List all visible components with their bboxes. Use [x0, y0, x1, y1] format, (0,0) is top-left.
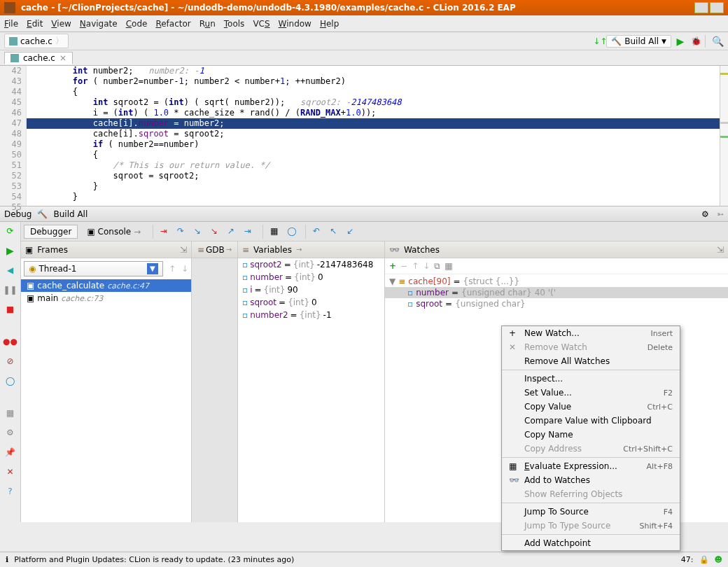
- menu-window[interactable]: Window: [279, 19, 312, 29]
- code-line[interactable]: i = (int) ( 1.0 * cache_size * rand() / …: [27, 108, 720, 118]
- debug-button[interactable]: 🐞: [690, 35, 702, 48]
- editor-stripe[interactable]: [720, 66, 728, 206]
- help-button[interactable]: ?: [4, 485, 17, 498]
- step-into-icon[interactable]: ↘: [194, 226, 205, 237]
- editor-tab[interactable]: cache.c ×: [4, 52, 73, 64]
- hector-icon[interactable]: ☻: [715, 555, 722, 564]
- reload-icon[interactable]: ◯: [287, 226, 298, 237]
- copy-icon[interactable]: ⧉: [434, 261, 440, 271]
- resume-button[interactable]: ▶: [4, 244, 17, 257]
- code-line[interactable]: }: [27, 192, 720, 202]
- gear-icon[interactable]: ⚙: [701, 209, 711, 219]
- menu-item[interactable]: Copy Name: [502, 428, 680, 442]
- step-out-back-icon[interactable]: ↙: [346, 226, 358, 237]
- menu-item[interactable]: Set Value...F2: [502, 386, 680, 400]
- menu-edit[interactable]: Edit: [27, 19, 43, 29]
- step-out-icon[interactable]: ↗: [227, 226, 239, 237]
- force-step-into-icon[interactable]: ↘: [211, 226, 222, 237]
- menu-view[interactable]: View: [51, 19, 71, 29]
- rerun-button[interactable]: ⟳: [4, 225, 17, 237]
- close-button[interactable]: ✕: [4, 465, 17, 478]
- code-line[interactable]: /* This is our return value. */: [27, 160, 720, 171]
- toggle-icon[interactable]: ▦: [444, 261, 452, 271]
- thread-selector[interactable]: ◉ Thread-1 ▼: [24, 261, 163, 276]
- run-config-dropdown[interactable]: 🔨 Build All ▼: [606, 35, 671, 48]
- down-icon[interactable]: ↓: [423, 261, 430, 271]
- code-line[interactable]: if ( number2==number): [27, 139, 720, 150]
- add-watch-icon[interactable]: +: [389, 261, 396, 271]
- editor[interactable]: 4243444546474849505152535455 int number2…: [0, 66, 728, 206]
- restore-icon[interactable]: ⇲: [717, 245, 724, 255]
- frame-down-icon[interactable]: ↓: [178, 264, 191, 274]
- search-icon[interactable]: 🔍: [711, 35, 724, 48]
- step-over-back-icon[interactable]: ↶: [313, 226, 324, 237]
- info-icon[interactable]: ℹ: [6, 555, 8, 564]
- tab-console[interactable]: ▣ Console →: [80, 225, 147, 239]
- menu-item[interactable]: +New Watch...Insert: [502, 326, 680, 340]
- variable-row[interactable]: ▫number = {int} 0: [238, 271, 384, 284]
- menu-file[interactable]: File: [4, 19, 18, 29]
- variables-body[interactable]: ▫sqroot2 = {int} -2147483648▫number = {i…: [238, 258, 384, 522]
- menu-help[interactable]: Help: [320, 19, 339, 29]
- step-over-icon[interactable]: ↷: [177, 226, 188, 237]
- close-icon[interactable]: ×: [59, 53, 66, 63]
- tab-debugger[interactable]: Debugger: [24, 225, 78, 239]
- code-line[interactable]: cache[i].sqroot = sqroot2;: [27, 129, 720, 139]
- run-to-cursor-icon[interactable]: ⇥: [244, 226, 255, 237]
- menu-refactor[interactable]: Refactor: [155, 19, 190, 29]
- menu-item[interactable]: ▦Evaluate Expression...Alt+F8: [502, 459, 680, 473]
- breakpoints-button[interactable]: ●●: [4, 335, 17, 348]
- watch-root-row[interactable]: ▼ ≡ cache[90] = {struct {...}}: [385, 276, 728, 287]
- expand-icon[interactable]: ▼: [389, 276, 396, 286]
- menu-item[interactable]: Jump To SourceF4: [502, 505, 680, 519]
- menu-item[interactable]: Remove All Watches: [502, 354, 680, 368]
- menu-navigate[interactable]: Navigate: [80, 19, 118, 29]
- settings-button[interactable]: ⚙: [4, 426, 17, 439]
- restore-icon[interactable]: ⇲: [180, 245, 187, 255]
- code-line[interactable]: {: [27, 150, 720, 160]
- maximize-button[interactable]: [710, 2, 724, 13]
- watch-tree[interactable]: ▼ ≡ cache[90] = {struct {...}} ▫ number …: [385, 274, 728, 311]
- menu-item[interactable]: Copy ValueCtrl+C: [502, 400, 680, 414]
- remove-watch-icon[interactable]: −: [400, 261, 407, 271]
- code-line[interactable]: }: [27, 181, 720, 192]
- mute-breakpoints-button[interactable]: ⊘: [4, 355, 17, 368]
- menu-item[interactable]: Inspect...: [502, 372, 680, 386]
- pin-button[interactable]: 📌: [4, 446, 17, 458]
- stop-button[interactable]: ■: [4, 303, 17, 316]
- pause-button[interactable]: ❚❚: [4, 284, 17, 296]
- variable-row[interactable]: ▫sqroot = {int} 0: [238, 296, 384, 309]
- code-line[interactable]: int sqroot2 = (int) ( sqrt( number2)); s…: [27, 97, 720, 108]
- step-into-back-icon[interactable]: ↖: [330, 226, 341, 237]
- menu-vcs[interactable]: VCS: [253, 19, 270, 29]
- code-line[interactable]: [27, 202, 720, 206]
- breadcrumb[interactable]: cache.c 〉: [4, 34, 69, 48]
- menu-item[interactable]: Add Watchpoint: [502, 536, 680, 550]
- menu-item[interactable]: Compare Value with Clipboard: [502, 414, 680, 428]
- layout-button[interactable]: ▦: [4, 407, 17, 419]
- watch-child-row[interactable]: ▫ number = {unsigned char} 40 '(': [385, 287, 728, 298]
- variable-row[interactable]: ▫sqroot2 = {int} -2147483648: [238, 258, 384, 271]
- menu-item[interactable]: 👓Add to Watches: [502, 473, 680, 487]
- minimize-button[interactable]: [694, 2, 708, 13]
- code-line[interactable]: for ( number2=number-1; number2 < number…: [27, 76, 720, 87]
- code-line[interactable]: sqroot = sqroot2;: [27, 171, 720, 181]
- run-button[interactable]: ▶: [674, 35, 687, 48]
- resume-back-button[interactable]: ◀: [4, 264, 17, 276]
- variable-row[interactable]: ▫number2 = {int} -1: [238, 309, 384, 321]
- editor-code[interactable]: int number2; number2: -1 for ( number2=n…: [27, 66, 720, 206]
- frame-up-icon[interactable]: ↑: [166, 264, 178, 274]
- watch-child-row[interactable]: ▫ sqroot = {unsigned char}: [385, 298, 728, 309]
- variable-row[interactable]: ▫i = {int} 90: [238, 284, 384, 296]
- evaluate-icon[interactable]: ▦: [270, 226, 281, 237]
- code-line[interactable]: int number2; number2: -1: [27, 66, 720, 76]
- menu-code[interactable]: Code: [126, 19, 148, 29]
- lock-icon[interactable]: 🔒: [699, 555, 709, 564]
- tab-gdb[interactable]: ≡ GDB →: [192, 241, 237, 258]
- frame-item[interactable]: ▣ main cache.c:73: [21, 292, 191, 304]
- frame-item[interactable]: ▣ cache_calculate cache.c:47: [21, 279, 191, 292]
- up-icon[interactable]: ↑: [412, 261, 419, 271]
- menu-run[interactable]: Run: [200, 19, 216, 29]
- pin-icon[interactable]: ➳: [717, 209, 724, 219]
- loop-button[interactable]: ◯: [4, 374, 17, 387]
